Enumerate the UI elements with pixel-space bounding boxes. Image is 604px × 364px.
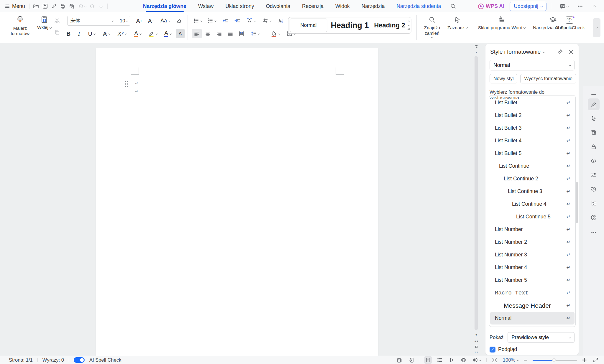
underline-button[interactable]: U — [85, 29, 99, 38]
scroll-down-icon[interactable]: ▼ — [474, 332, 479, 337]
preview-checkbox[interactable]: ✓ — [490, 347, 495, 353]
style-list-item[interactable]: List Number 4 ↵ — [490, 261, 575, 274]
tab-recenzja[interactable]: Recenzja — [302, 0, 324, 12]
line-spacing-button[interactable] — [248, 29, 262, 38]
source-code-button[interactable] — [588, 155, 600, 167]
sort-button[interactable] — [275, 16, 286, 25]
settings-button[interactable] — [588, 169, 600, 181]
font-family-select[interactable]: 宋体 — [68, 18, 112, 24]
style-list-item[interactable]: List Bullet ↵ — [490, 96, 575, 109]
gallery-more-button[interactable] — [408, 28, 410, 30]
current-style-dropdown[interactable]: Normal — [490, 60, 575, 70]
character-shading-button[interactable]: A — [176, 29, 185, 38]
tab-wstaw[interactable]: Wstaw — [198, 0, 214, 12]
zoom-out-button[interactable] — [523, 359, 528, 361]
font-size-select[interactable]: 10 — [116, 18, 126, 24]
eye-protection-button[interactable] — [472, 356, 482, 364]
style-list-item[interactable]: List Bullet 3 ↵ — [490, 122, 575, 134]
numbered-list-button[interactable] — [205, 16, 218, 25]
document-page[interactable]: ↵ ↵ — [96, 48, 378, 356]
help-button[interactable] — [588, 212, 600, 223]
gallery-style-heading1[interactable]: Heading 1 — [327, 19, 372, 32]
next-page-icon[interactable]: ▼▼ — [474, 350, 479, 354]
superscript-button[interactable]: X² — [114, 29, 130, 38]
bold-button[interactable]: B — [64, 29, 73, 38]
highlight-color-button[interactable] — [146, 29, 160, 38]
navigation-pane-button[interactable] — [588, 197, 600, 209]
paragraph-drag-handle[interactable] — [125, 81, 128, 87]
pin-icon[interactable] — [557, 49, 563, 55]
style-list-item[interactable]: Normal ↵ — [490, 312, 575, 325]
zoom-slider[interactable] — [533, 357, 577, 363]
select-tool-button[interactable] — [588, 113, 600, 124]
copy-button[interactable] — [52, 28, 61, 37]
gallery-style-normal[interactable]: Normal — [290, 19, 327, 32]
cut-button[interactable] — [52, 16, 61, 25]
justify-button[interactable] — [225, 29, 235, 38]
decrease-font-button[interactable]: A− — [146, 16, 156, 25]
style-list-item[interactable]: List Continue 2 ↵ — [490, 172, 575, 185]
style-list-item[interactable]: List Continue 4 ↵ — [490, 198, 575, 210]
document-scrollbar[interactable]: ▲ ▼ ▲▲ ▼▼ — [473, 43, 480, 356]
style-list-item[interactable]: List Continue 5 ↵ — [490, 210, 575, 223]
text-direction-button[interactable] — [260, 16, 274, 25]
reading-view-button[interactable] — [448, 356, 455, 364]
style-list-item[interactable]: List Number 3 ↵ — [490, 248, 575, 261]
gallery-style-heading2[interactable]: Heading 2 — [372, 19, 407, 32]
clear-formatting-button[interactable]: Wyczyść formatowanie — [520, 74, 576, 83]
style-list-item[interactable]: List Number 5 ↵ — [490, 274, 575, 286]
scrollbar-thumb[interactable] — [475, 56, 478, 330]
share-button[interactable]: Udostępnij — [510, 2, 546, 11]
send-to-mobile-button[interactable] — [408, 356, 415, 364]
find-replace-button[interactable]: Znajdź i zamień — [420, 16, 444, 38]
tab-narzędzia-studenta[interactable]: Narzędzia studenta — [396, 0, 441, 12]
shading-button[interactable] — [268, 29, 283, 38]
scroll-up-icon[interactable]: ▲ — [474, 50, 479, 55]
increase-font-button[interactable]: A+ — [134, 16, 145, 25]
fullscreen-button[interactable] — [592, 356, 599, 364]
change-case-button[interactable]: Aa — [157, 16, 173, 25]
main-menu-button[interactable]: Menu — [5, 3, 25, 9]
format-painter-button[interactable]: Malarz formatów — [6, 15, 34, 36]
paste-button[interactable]: Wklej — [35, 15, 54, 30]
word-layout-button[interactable]: Skład programu Word — [474, 16, 529, 30]
character-spacing-button[interactable] — [244, 16, 258, 25]
style-list-item[interactable]: List Bullet 2 ↵ — [490, 109, 575, 122]
gallery-scroll-down-icon[interactable] — [408, 24, 410, 26]
style-list-scrollbar-thumb[interactable] — [576, 182, 578, 223]
strikethrough-button[interactable]: A — [100, 29, 113, 38]
word-count[interactable]: Wyrazy: 0 — [42, 357, 64, 363]
close-icon[interactable] — [568, 49, 574, 55]
style-list-item[interactable]: List Number 2 ↵ — [490, 236, 575, 248]
open-file-button[interactable] — [32, 2, 41, 11]
style-list-item[interactable]: Macro Text ↵ — [490, 286, 575, 299]
zoom-slider-knob[interactable] — [552, 358, 556, 362]
tab-układ-strony[interactable]: Układ strony — [225, 0, 254, 12]
tab-widok[interactable]: Widok — [335, 0, 350, 12]
more-options-button[interactable] — [576, 2, 585, 11]
decrease-indent-button[interactable] — [220, 16, 231, 25]
browse-object-icon[interactable] — [474, 344, 479, 349]
zoom-in-button[interactable] — [581, 357, 587, 363]
align-center-button[interactable] — [203, 29, 213, 38]
history-button[interactable] — [588, 183, 600, 195]
font-color-button[interactable]: A — [161, 29, 175, 38]
print-button[interactable] — [58, 2, 67, 11]
ruler-toggle-icon[interactable] — [474, 44, 479, 48]
page-view-button[interactable] — [424, 356, 432, 364]
align-right-button[interactable] — [214, 29, 224, 38]
web-view-button[interactable] — [460, 356, 467, 364]
wps-ai-button[interactable]: WPS AI — [478, 3, 504, 9]
page-indicator[interactable]: Strona: 1/1 — [9, 357, 33, 363]
bullet-list-button[interactable] — [191, 16, 204, 25]
collapse-ribbon-button[interactable] — [590, 2, 599, 11]
increase-indent-button[interactable] — [232, 16, 242, 25]
task-window-button[interactable] — [395, 356, 403, 364]
spellcheck-toggle[interactable] — [74, 357, 85, 363]
style-list-item[interactable]: List Continue ↵ — [490, 160, 575, 172]
print-preview-button[interactable] — [67, 2, 76, 11]
style-list-item[interactable]: Message Header ↵ — [490, 299, 575, 312]
style-list-item[interactable]: List Bullet 5 ↵ — [490, 147, 575, 160]
tab-narzędzia[interactable]: Narzędzia — [362, 0, 385, 12]
ribbon-expand-button[interactable] — [593, 18, 600, 37]
